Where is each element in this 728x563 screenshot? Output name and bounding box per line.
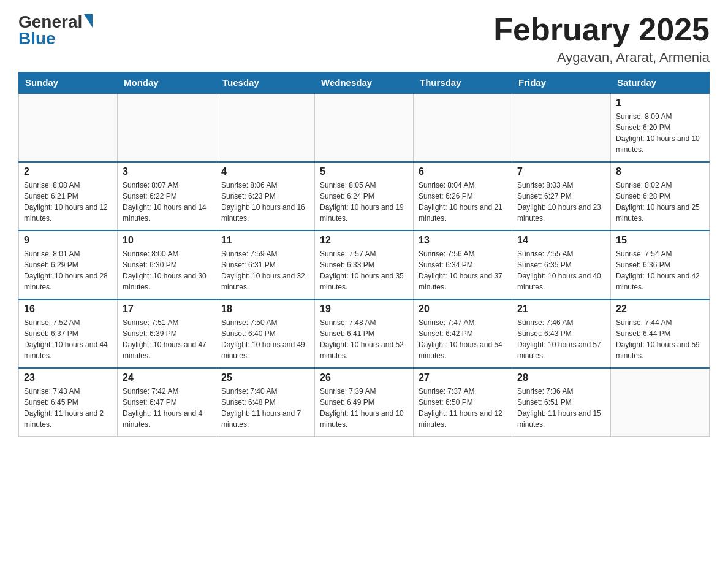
day-info: Sunrise: 7:36 AMSunset: 6:51 PMDaylight:…: [517, 386, 605, 430]
day-number: 11: [221, 235, 309, 246]
day-info: Sunrise: 8:04 AMSunset: 6:26 PMDaylight:…: [419, 180, 507, 224]
day-info: Sunrise: 7:40 AMSunset: 6:48 PMDaylight:…: [221, 386, 309, 430]
day-info: Sunrise: 8:00 AMSunset: 6:30 PMDaylight:…: [123, 248, 211, 293]
day-number: 2: [24, 166, 112, 177]
day-info: Sunrise: 7:57 AMSunset: 6:33 PMDaylight:…: [320, 248, 408, 293]
day-number: 3: [123, 166, 211, 177]
day-number: 1: [616, 98, 704, 109]
calendar-day: 21Sunrise: 7:46 AMSunset: 6:43 PMDayligh…: [512, 299, 611, 368]
week-row-4: 23Sunrise: 7:43 AMSunset: 6:45 PMDayligh…: [19, 368, 710, 437]
page-header: General Blue February 2025 Aygavan, Arar…: [18, 12, 710, 66]
day-number: 10: [123, 235, 211, 246]
day-number: 8: [616, 166, 704, 177]
calendar-day: 25Sunrise: 7:40 AMSunset: 6:48 PMDayligh…: [216, 368, 315, 437]
day-info: Sunrise: 7:37 AMSunset: 6:50 PMDaylight:…: [419, 386, 507, 430]
logo: General Blue: [18, 12, 94, 48]
calendar-day: 22Sunrise: 7:44 AMSunset: 6:44 PMDayligh…: [611, 299, 710, 368]
week-row-2: 9Sunrise: 8:01 AMSunset: 6:29 PMDaylight…: [19, 231, 710, 299]
day-number: 23: [24, 372, 112, 383]
calendar-day: 28Sunrise: 7:36 AMSunset: 6:51 PMDayligh…: [512, 368, 611, 437]
day-info: Sunrise: 8:05 AMSunset: 6:24 PMDaylight:…: [320, 180, 408, 224]
day-number: 12: [320, 235, 408, 246]
header-wednesday: Wednesday: [315, 72, 414, 94]
day-info: Sunrise: 8:07 AMSunset: 6:22 PMDaylight:…: [123, 180, 211, 224]
calendar-day: 10Sunrise: 8:00 AMSunset: 6:30 PMDayligh…: [118, 231, 216, 299]
day-info: Sunrise: 7:59 AMSunset: 6:31 PMDaylight:…: [221, 248, 309, 293]
day-info: Sunrise: 8:02 AMSunset: 6:28 PMDaylight:…: [616, 180, 704, 224]
calendar-table: Sunday Monday Tuesday Wednesday Thursday…: [18, 72, 710, 437]
calendar-day: 12Sunrise: 7:57 AMSunset: 6:33 PMDayligh…: [315, 231, 414, 299]
header-saturday: Saturday: [611, 72, 710, 94]
calendar-day: 23Sunrise: 7:43 AMSunset: 6:45 PMDayligh…: [19, 368, 118, 437]
day-info: Sunrise: 8:09 AMSunset: 6:20 PMDaylight:…: [616, 111, 704, 155]
week-row-3: 16Sunrise: 7:52 AMSunset: 6:37 PMDayligh…: [19, 299, 710, 368]
day-number: 9: [24, 235, 112, 246]
day-info: Sunrise: 7:54 AMSunset: 6:36 PMDaylight:…: [616, 248, 704, 293]
calendar-day: 2Sunrise: 8:08 AMSunset: 6:21 PMDaylight…: [19, 162, 118, 231]
day-info: Sunrise: 7:51 AMSunset: 6:39 PMDaylight:…: [123, 317, 211, 361]
header-sunday: Sunday: [19, 72, 118, 94]
day-number: 26: [320, 372, 408, 383]
calendar-day: 13Sunrise: 7:56 AMSunset: 6:34 PMDayligh…: [414, 231, 512, 299]
day-info: Sunrise: 7:52 AMSunset: 6:37 PMDaylight:…: [24, 317, 112, 361]
calendar-day: 24Sunrise: 7:42 AMSunset: 6:47 PMDayligh…: [118, 368, 216, 437]
header-tuesday: Tuesday: [216, 72, 315, 94]
day-number: 16: [24, 304, 112, 315]
calendar-day: 14Sunrise: 7:55 AMSunset: 6:35 PMDayligh…: [512, 231, 611, 299]
calendar-day: 3Sunrise: 8:07 AMSunset: 6:22 PMDaylight…: [118, 162, 216, 231]
calendar-day: 1Sunrise: 8:09 AMSunset: 6:20 PMDaylight…: [611, 93, 710, 162]
header-friday: Friday: [512, 72, 611, 94]
title-block: February 2025 Aygavan, Ararat, Armenia: [493, 12, 710, 66]
day-number: 4: [221, 166, 309, 177]
calendar-day: 4Sunrise: 8:06 AMSunset: 6:23 PMDaylight…: [216, 162, 315, 231]
day-number: 24: [123, 372, 211, 383]
day-info: Sunrise: 7:47 AMSunset: 6:42 PMDaylight:…: [419, 317, 507, 361]
day-info: Sunrise: 8:01 AMSunset: 6:29 PMDaylight:…: [24, 248, 112, 293]
calendar-day: 11Sunrise: 7:59 AMSunset: 6:31 PMDayligh…: [216, 231, 315, 299]
day-info: Sunrise: 7:44 AMSunset: 6:44 PMDaylight:…: [616, 317, 704, 361]
day-info: Sunrise: 7:48 AMSunset: 6:41 PMDaylight:…: [320, 317, 408, 361]
day-number: 6: [419, 166, 507, 177]
calendar-day: 27Sunrise: 7:37 AMSunset: 6:50 PMDayligh…: [414, 368, 512, 437]
calendar-day: 5Sunrise: 8:05 AMSunset: 6:24 PMDaylight…: [315, 162, 414, 231]
calendar-day: [512, 93, 611, 162]
day-number: 5: [320, 166, 408, 177]
calendar-day: 20Sunrise: 7:47 AMSunset: 6:42 PMDayligh…: [414, 299, 512, 368]
day-number: 28: [517, 372, 605, 383]
day-info: Sunrise: 7:55 AMSunset: 6:35 PMDaylight:…: [517, 248, 605, 293]
day-number: 14: [517, 235, 605, 246]
day-number: 22: [616, 304, 704, 315]
calendar-day: [315, 93, 414, 162]
location: Aygavan, Ararat, Armenia: [493, 50, 710, 66]
day-info: Sunrise: 7:56 AMSunset: 6:34 PMDaylight:…: [419, 248, 507, 293]
day-number: 25: [221, 372, 309, 383]
day-number: 13: [419, 235, 507, 246]
week-row-1: 2Sunrise: 8:08 AMSunset: 6:21 PMDaylight…: [19, 162, 710, 231]
calendar-day: 17Sunrise: 7:51 AMSunset: 6:39 PMDayligh…: [118, 299, 216, 368]
header-monday: Monday: [118, 72, 216, 94]
day-info: Sunrise: 7:42 AMSunset: 6:47 PMDaylight:…: [123, 386, 211, 430]
day-number: 15: [616, 235, 704, 246]
calendar-day: [414, 93, 512, 162]
day-info: Sunrise: 7:39 AMSunset: 6:49 PMDaylight:…: [320, 386, 408, 430]
calendar-day: 15Sunrise: 7:54 AMSunset: 6:36 PMDayligh…: [611, 231, 710, 299]
month-title: February 2025: [493, 12, 710, 47]
day-info: Sunrise: 7:50 AMSunset: 6:40 PMDaylight:…: [221, 317, 309, 361]
calendar-day: 9Sunrise: 8:01 AMSunset: 6:29 PMDaylight…: [19, 231, 118, 299]
day-info: Sunrise: 8:03 AMSunset: 6:27 PMDaylight:…: [517, 180, 605, 224]
day-number: 20: [419, 304, 507, 315]
day-info: Sunrise: 8:06 AMSunset: 6:23 PMDaylight:…: [221, 180, 309, 224]
day-number: 19: [320, 304, 408, 315]
calendar-day: 16Sunrise: 7:52 AMSunset: 6:37 PMDayligh…: [19, 299, 118, 368]
day-number: 17: [123, 304, 211, 315]
calendar-day: [19, 93, 118, 162]
calendar-day: 18Sunrise: 7:50 AMSunset: 6:40 PMDayligh…: [216, 299, 315, 368]
calendar-day: 8Sunrise: 8:02 AMSunset: 6:28 PMDaylight…: [611, 162, 710, 231]
calendar-day: 7Sunrise: 8:03 AMSunset: 6:27 PMDaylight…: [512, 162, 611, 231]
logo-blue: Blue: [18, 29, 56, 48]
calendar-day: 19Sunrise: 7:48 AMSunset: 6:41 PMDayligh…: [315, 299, 414, 368]
calendar-day: [118, 93, 216, 162]
day-info: Sunrise: 7:43 AMSunset: 6:45 PMDaylight:…: [24, 386, 112, 430]
calendar-day: 6Sunrise: 8:04 AMSunset: 6:26 PMDaylight…: [414, 162, 512, 231]
day-info: Sunrise: 7:46 AMSunset: 6:43 PMDaylight:…: [517, 317, 605, 361]
